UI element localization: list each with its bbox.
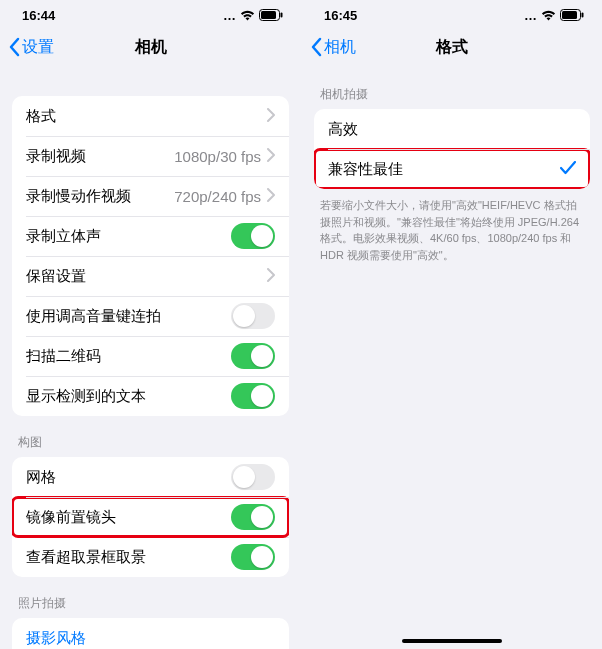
battery-icon (560, 9, 584, 21)
wifi-icon (541, 10, 556, 21)
chevron-right-icon (267, 188, 275, 205)
svg-rect-1 (261, 11, 276, 19)
back-label: 设置 (22, 37, 54, 58)
svg-rect-5 (582, 13, 584, 18)
row-label: 兼容性最佳 (328, 160, 560, 179)
content: 格式 录制视频 1080p/30 fps 录制慢动作视频 720p/240 fp… (0, 68, 301, 649)
row-label: 录制立体声 (26, 227, 231, 246)
row-most-compatible[interactable]: 兼容性最佳 (314, 149, 590, 189)
row-label: 使用调高音量键连拍 (26, 307, 231, 326)
svg-rect-2 (281, 13, 283, 18)
switch-grid[interactable] (231, 464, 275, 490)
wifi-icon (240, 10, 255, 21)
chevron-left-icon (310, 37, 322, 57)
cellular-icon: … (223, 8, 236, 23)
row-mirror-front[interactable]: 镜像前置镜头 (12, 497, 289, 537)
switch-stereo[interactable] (231, 223, 275, 249)
row-grid[interactable]: 网格 (12, 457, 289, 497)
row-high-efficiency[interactable]: 高效 (314, 109, 590, 149)
section-recording: 格式 录制视频 1080p/30 fps 录制慢动作视频 720p/240 fp… (12, 96, 289, 416)
row-label: 查看超取景框取景 (26, 548, 231, 567)
row-label: 格式 (26, 107, 267, 126)
chevron-right-icon (267, 108, 275, 125)
row-stereo[interactable]: 录制立体声 (12, 216, 289, 256)
row-detail: 1080p/30 fps (174, 148, 261, 165)
battery-icon (259, 9, 283, 21)
switch-volume-shutter[interactable] (231, 303, 275, 329)
chevron-left-icon (8, 37, 20, 57)
section-header-compose: 构图 (12, 416, 289, 457)
section-header-capture: 照片拍摄 (12, 577, 289, 618)
checkmark-icon (560, 159, 576, 180)
status-right: … (524, 8, 584, 23)
screen-format-settings: 16:45 … 相机 格式 相机拍摄 高效 兼容性最佳 若要缩小文件大小，请 (301, 0, 602, 649)
back-button[interactable]: 相机 (310, 37, 356, 58)
row-label: 扫描二维码 (26, 347, 231, 366)
back-label: 相机 (324, 37, 356, 58)
row-label: 录制视频 (26, 147, 174, 166)
section-footer-format: 若要缩小文件大小，请使用"高效"HEIF/HEVC 格式拍摄照片和视频。"兼容性… (314, 189, 590, 263)
home-indicator[interactable] (402, 639, 502, 643)
row-view-outside[interactable]: 查看超取景框取景 (12, 537, 289, 577)
switch-mirror-front[interactable] (231, 504, 275, 530)
section-format-options: 高效 兼容性最佳 (314, 109, 590, 189)
chevron-right-icon (267, 268, 275, 285)
row-volume-shutter[interactable]: 使用调高音量键连拍 (12, 296, 289, 336)
row-label: 保留设置 (26, 267, 267, 286)
status-time: 16:45 (324, 8, 357, 23)
screen-camera-settings: 16:44 … 设置 相机 格式 录制视频 1080p/30 fps (0, 0, 301, 649)
row-preserve[interactable]: 保留设置 (12, 256, 289, 296)
status-time: 16:44 (22, 8, 55, 23)
status-bar: 16:44 … (0, 4, 301, 26)
row-record-slowmo[interactable]: 录制慢动作视频 720p/240 fps (12, 176, 289, 216)
back-button[interactable]: 设置 (8, 37, 54, 58)
section-capture: 摄影风格 (12, 618, 289, 649)
svg-rect-4 (562, 11, 577, 19)
nav-bar: 设置 相机 (0, 26, 301, 68)
section-compose: 网格 镜像前置镜头 查看超取景框取景 (12, 457, 289, 577)
row-format[interactable]: 格式 (12, 96, 289, 136)
switch-view-outside[interactable] (231, 544, 275, 570)
switch-detect-text[interactable] (231, 383, 275, 409)
row-record-video[interactable]: 录制视频 1080p/30 fps (12, 136, 289, 176)
status-bar: 16:45 … (302, 4, 602, 26)
row-detail: 720p/240 fps (174, 188, 261, 205)
row-photo-style[interactable]: 摄影风格 (12, 618, 289, 649)
row-detect-text[interactable]: 显示检测到的文本 (12, 376, 289, 416)
row-label: 网格 (26, 468, 231, 487)
cellular-icon: … (524, 8, 537, 23)
switch-scan-qr[interactable] (231, 343, 275, 369)
row-label: 摄影风格 (26, 629, 275, 648)
row-scan-qr[interactable]: 扫描二维码 (12, 336, 289, 376)
chevron-right-icon (267, 148, 275, 165)
section-header-camera-capture: 相机拍摄 (314, 68, 590, 109)
row-label: 镜像前置镜头 (26, 508, 231, 527)
row-label: 高效 (328, 120, 576, 139)
row-label: 录制慢动作视频 (26, 187, 174, 206)
row-label: 显示检测到的文本 (26, 387, 231, 406)
status-right: … (223, 8, 283, 23)
content: 相机拍摄 高效 兼容性最佳 若要缩小文件大小，请使用"高效"HEIF/HEVC … (302, 68, 602, 649)
nav-bar: 相机 格式 (302, 26, 602, 68)
